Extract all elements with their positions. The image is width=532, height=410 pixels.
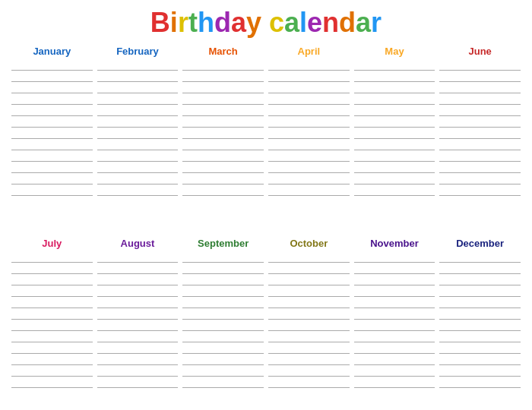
line [268, 285, 350, 297]
line [97, 116, 179, 128]
line [11, 162, 93, 173]
line [97, 342, 179, 354]
line [97, 93, 179, 105]
line [439, 71, 521, 82]
line [268, 162, 350, 173]
line [439, 93, 521, 105]
line [439, 59, 521, 71]
spacer [97, 210, 179, 223]
month-name-august: August [97, 238, 179, 249]
line [97, 71, 179, 82]
line [11, 377, 93, 388]
line [182, 59, 264, 71]
line [268, 139, 350, 150]
line [182, 285, 264, 297]
month-name-november: November [354, 238, 435, 249]
line [182, 184, 264, 196]
month-col-july: July [11, 238, 93, 402]
line [354, 128, 435, 139]
line [439, 162, 521, 173]
line [439, 184, 521, 196]
line [354, 251, 435, 263]
line [354, 377, 435, 388]
line [97, 354, 179, 365]
line [439, 173, 521, 184]
line [97, 377, 179, 388]
lines-january [11, 59, 93, 210]
line [11, 93, 93, 105]
month-name-may: May [354, 46, 435, 57]
line [354, 297, 435, 308]
line [182, 116, 264, 128]
line [354, 82, 435, 93]
line [97, 105, 179, 116]
line [439, 308, 521, 320]
page-title: Birthday calendar [11, 8, 521, 38]
line [439, 150, 521, 162]
lines-august [97, 251, 179, 402]
line [11, 308, 93, 320]
line [268, 308, 350, 320]
line [268, 116, 350, 128]
line [182, 274, 264, 285]
line [182, 71, 264, 82]
line [97, 59, 179, 71]
line [97, 128, 179, 139]
line [268, 173, 350, 184]
line [11, 274, 93, 285]
line [11, 342, 93, 354]
line [182, 139, 264, 150]
month-col-december: December [439, 238, 521, 402]
line [11, 297, 93, 308]
line [439, 274, 521, 285]
month-name-september: September [182, 238, 264, 249]
line [268, 331, 350, 342]
line [439, 331, 521, 342]
line [182, 173, 264, 184]
lines-june [439, 59, 521, 210]
line [268, 105, 350, 116]
line [11, 263, 93, 274]
line [354, 184, 435, 196]
month-name-january: January [11, 46, 93, 57]
line [268, 150, 350, 162]
line [268, 71, 350, 82]
calendar-grid: JanuaryFebruaryMarchAprilMayJuneJulyAugu… [11, 46, 521, 402]
line [354, 342, 435, 354]
line [182, 320, 264, 331]
line [11, 285, 93, 297]
line [11, 71, 93, 82]
line [97, 263, 179, 274]
month-name-october: October [268, 238, 350, 249]
month-name-june: June [439, 46, 521, 57]
line [268, 251, 350, 263]
spacer [268, 210, 350, 223]
lines-september [182, 251, 264, 402]
line [182, 150, 264, 162]
line [97, 274, 179, 285]
month-name-april: April [268, 46, 350, 57]
spacer [182, 210, 264, 223]
line [11, 251, 93, 263]
lines-november [354, 251, 435, 402]
line [354, 285, 435, 297]
line [439, 263, 521, 274]
line [268, 365, 350, 377]
lines-april [268, 59, 350, 210]
line [354, 308, 435, 320]
line [439, 297, 521, 308]
line [354, 71, 435, 82]
month-name-december: December [439, 238, 521, 249]
line [354, 331, 435, 342]
line [354, 354, 435, 365]
line [97, 150, 179, 162]
month-col-march: March [182, 46, 264, 210]
line [97, 365, 179, 377]
line [439, 251, 521, 263]
line [439, 320, 521, 331]
line [268, 354, 350, 365]
line [268, 59, 350, 71]
line [11, 320, 93, 331]
line [97, 82, 179, 93]
line [97, 320, 179, 331]
